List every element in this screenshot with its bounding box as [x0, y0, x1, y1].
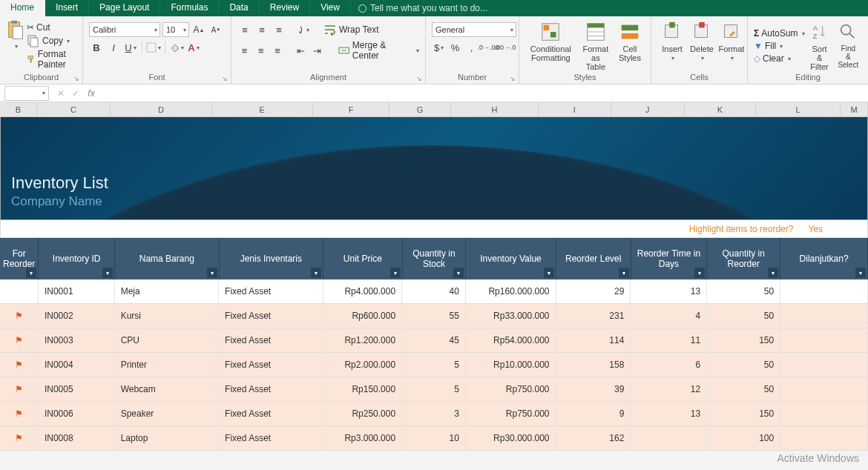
number-format-combo[interactable]: General▾: [432, 22, 516, 37]
table-cell[interactable]: ⚑: [0, 402, 39, 426]
tab-data[interactable]: Data: [219, 0, 259, 16]
table-cell[interactable]: 50: [707, 377, 780, 401]
table-cell[interactable]: IN0003: [39, 328, 115, 352]
table-cell[interactable]: [780, 279, 868, 303]
bold-button[interactable]: B: [89, 40, 104, 55]
table-cell[interactable]: IN0008: [39, 426, 115, 450]
table-cell[interactable]: 3: [402, 402, 466, 426]
table-cell[interactable]: Rp750.000: [466, 402, 556, 426]
table-cell[interactable]: IN0005: [39, 377, 115, 401]
table-cell[interactable]: [780, 377, 868, 401]
autosum-button[interactable]: ΣAutoSum▾: [754, 28, 805, 39]
table-cell[interactable]: Speaker: [115, 402, 219, 426]
table-cell[interactable]: Rp4.000.000: [323, 279, 403, 303]
copy-button[interactable]: Copy▾: [27, 34, 76, 47]
font-color-button[interactable]: A▾: [186, 40, 201, 55]
filter-button[interactable]: ▾: [207, 268, 217, 278]
tab-home[interactable]: Home: [0, 0, 45, 16]
align-top-button[interactable]: ≡: [237, 22, 252, 37]
format-as-table-button[interactable]: Format as Table: [576, 19, 615, 73]
column-header-F[interactable]: F: [313, 102, 389, 116]
format-painter-button[interactable]: Format Painter: [27, 49, 76, 70]
number-dialog-launcher[interactable]: ↘: [510, 75, 517, 82]
font-name-combo[interactable]: Calibri▾: [89, 22, 160, 37]
table-cell[interactable]: IN0004: [39, 353, 115, 377]
filter-button[interactable]: ▾: [390, 268, 401, 278]
cell-styles-button[interactable]: Cell Styles: [615, 19, 645, 73]
table-cell[interactable]: Rp600.000: [323, 304, 403, 328]
table-cell[interactable]: 162: [556, 426, 631, 450]
table-cell[interactable]: 40: [402, 279, 466, 303]
align-middle-button[interactable]: ≡: [254, 22, 269, 37]
table-cell[interactable]: Rp160.000.000: [466, 279, 556, 303]
column-header-I[interactable]: I: [539, 102, 611, 116]
paste-button[interactable]: ▾: [6, 19, 25, 73]
find-select-button[interactable]: Find & Select: [835, 19, 862, 73]
filter-button[interactable]: ▾: [453, 268, 464, 278]
fill-button[interactable]: ▼Fill▾: [754, 41, 805, 51]
insert-function-button[interactable]: fx: [83, 88, 99, 99]
column-header-M[interactable]: M: [841, 102, 868, 116]
alignment-dialog-launcher[interactable]: ↘: [416, 75, 424, 82]
increase-decimal-button[interactable]: .0→.00: [481, 40, 496, 55]
table-cell[interactable]: [780, 402, 868, 426]
filter-button[interactable]: ▾: [619, 268, 629, 278]
increase-font-button[interactable]: A▲: [191, 22, 206, 37]
table-cell[interactable]: 13: [631, 279, 707, 303]
table-row[interactable]: ⚑IN0003CPUFixed AssetRp1.200.00045Rp54.0…: [0, 328, 868, 353]
tab-insert[interactable]: Insert: [45, 0, 89, 16]
table-cell[interactable]: 150: [707, 328, 780, 352]
increase-indent-button[interactable]: ⇥: [310, 43, 324, 58]
font-size-combo[interactable]: 10▾: [162, 22, 189, 37]
table-cell[interactable]: Rp3.000.000: [323, 426, 403, 450]
table-cell[interactable]: Fixed Asset: [219, 426, 323, 450]
filter-button[interactable]: ▾: [694, 268, 705, 278]
table-cell[interactable]: 45: [402, 328, 466, 352]
table-cell[interactable]: Rp250.000: [323, 402, 403, 426]
table-cell[interactable]: 158: [556, 353, 631, 377]
table-cell[interactable]: [780, 328, 868, 352]
align-center-button[interactable]: ≡: [254, 43, 268, 58]
table-cell[interactable]: Rp750.000: [466, 377, 556, 401]
clear-button[interactable]: ◇Clear▾: [754, 53, 805, 64]
fill-color-button[interactable]: ▾: [169, 40, 184, 55]
table-cell[interactable]: 9: [556, 402, 631, 426]
column-header-B[interactable]: B: [0, 102, 37, 116]
filter-button[interactable]: ▾: [311, 268, 321, 278]
table-cell[interactable]: Rp33.000.000: [466, 304, 556, 328]
table-cell[interactable]: 39: [556, 377, 631, 401]
table-cell[interactable]: ⚑: [0, 377, 39, 401]
filter-button[interactable]: ▾: [768, 268, 778, 278]
table-cell[interactable]: 100: [707, 426, 780, 450]
table-cell[interactable]: 5: [402, 353, 466, 377]
table-cell[interactable]: 231: [556, 304, 631, 328]
underline-button[interactable]: U▾: [123, 40, 138, 55]
table-cell[interactable]: 6: [631, 353, 707, 377]
column-header-C[interactable]: C: [37, 102, 111, 116]
cancel-formula-button[interactable]: ✕: [53, 88, 68, 99]
table-cell[interactable]: 50: [707, 353, 780, 377]
table-cell[interactable]: Rp54.000.000: [466, 328, 556, 352]
filter-button[interactable]: ▾: [102, 268, 113, 278]
percent-button[interactable]: %: [448, 40, 462, 55]
reorder-answer-cell[interactable]: Yes: [808, 224, 823, 234]
table-cell[interactable]: [631, 426, 707, 450]
table-cell[interactable]: Fixed Asset: [219, 279, 323, 303]
column-header-L[interactable]: L: [756, 102, 841, 116]
comma-button[interactable]: ,: [464, 40, 479, 55]
tab-formulas[interactable]: Formulas: [160, 0, 219, 16]
borders-button[interactable]: ▾: [146, 40, 161, 55]
table-row[interactable]: ⚑IN0004PrinterFixed AssetRp2.000.0005Rp1…: [0, 353, 868, 377]
table-row[interactable]: ⚑IN0008LaptopFixed AssetRp3.000.00010Rp3…: [0, 426, 868, 451]
filter-button[interactable]: ▾: [26, 268, 36, 278]
table-cell[interactable]: Fixed Asset: [219, 304, 323, 328]
table-cell[interactable]: 12: [631, 377, 707, 401]
table-cell[interactable]: Rp1.200.000: [323, 328, 403, 352]
table-cell[interactable]: [780, 426, 868, 450]
align-left-button[interactable]: ≡: [237, 43, 251, 58]
table-row[interactable]: ⚑IN0002KursiFixed AssetRp600.00055Rp33.0…: [0, 304, 868, 328]
table-cell[interactable]: ⚑: [0, 328, 39, 352]
table-cell[interactable]: 50: [707, 304, 780, 328]
table-cell[interactable]: [780, 353, 868, 377]
table-cell[interactable]: 11: [631, 328, 707, 352]
